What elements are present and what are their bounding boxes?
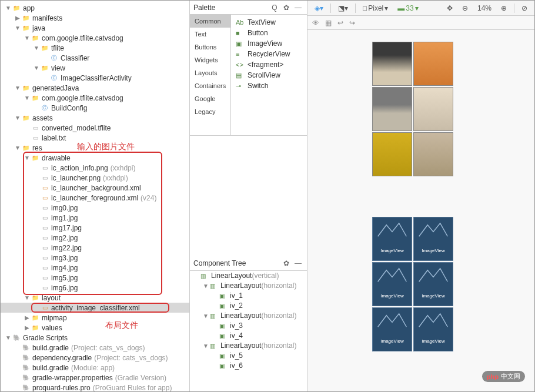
- component-node[interactable]: ▣iv_6: [190, 361, 307, 371]
- expand-arrow-icon[interactable]: ▼: [203, 343, 209, 349]
- tree-node-app[interactable]: ▼📁app: [1, 3, 189, 13]
- tree-node-iclauncher[interactable]: ▭ic_launcher.png(xxhdpi): [1, 173, 189, 183]
- tree-node-drawable[interactable]: ▼📁drawable: [1, 153, 189, 163]
- palette-category-common[interactable]: Common: [190, 15, 230, 28]
- expand-arrow-icon[interactable]: ▼: [203, 283, 209, 289]
- tree-node-layout[interactable]: ▼📁layout: [1, 293, 189, 303]
- tree-node-label: ic_action_info.png: [51, 164, 108, 172]
- tree-node-bg2[interactable]: 🐘build.gradle(Module: app): [1, 363, 189, 373]
- tree-node-gradle[interactable]: ▼🐘Gradle Scripts: [1, 333, 189, 343]
- tree-node-model[interactable]: ▭converted_model.tflite: [1, 123, 189, 133]
- forward-icon[interactable]: ↪: [349, 19, 355, 27]
- expand-arrow-icon[interactable]: ▼: [24, 295, 30, 301]
- expand-arrow-icon[interactable]: ▶: [15, 15, 21, 21]
- tree-node-icfg[interactable]: ▭ic_launcher_foreground.xml(v24): [1, 193, 189, 203]
- expand-arrow-icon[interactable]: ▼: [34, 65, 39, 71]
- design-surface[interactable]: [307, 30, 534, 176]
- palette-category-containers[interactable]: Containers: [190, 79, 230, 92]
- zoom-level[interactable]: 14%: [475, 3, 494, 14]
- tree-node-img0[interactable]: ▭img0.jpg: [1, 203, 189, 213]
- component-node[interactable]: ▼▥LinearLayout (horizontal): [190, 281, 307, 291]
- expand-arrow-icon[interactable]: ▶: [24, 325, 30, 331]
- palette-item-textview[interactable]: AbTextView: [231, 17, 307, 28]
- tree-node-img1[interactable]: ▭img1.jpg: [1, 213, 189, 223]
- expand-arrow-icon[interactable]: ▼: [15, 85, 21, 91]
- expand-arrow-icon[interactable]: ▼: [5, 335, 11, 341]
- palette-category-buttons[interactable]: Buttons: [190, 41, 230, 53]
- tree-node-assets[interactable]: ▼📁assets: [1, 113, 189, 123]
- blueprint-icon[interactable]: ▦: [325, 19, 332, 27]
- palette-item-scrollview[interactable]: ▤ScrollView: [231, 70, 307, 81]
- component-node[interactable]: ▣iv_3: [190, 321, 307, 331]
- tree-node-pkg2[interactable]: ▼📁com.google.tflite.catvsdog: [1, 93, 189, 103]
- component-node[interactable]: ▼▥LinearLayout (horizontal): [190, 341, 307, 351]
- expand-arrow-icon[interactable]: ▼: [34, 45, 39, 51]
- tree-node-img2[interactable]: ▭img2.jpg: [1, 233, 189, 243]
- tree-node-tflite[interactable]: ▼📁tflite: [1, 43, 189, 53]
- tree-node-img5[interactable]: ▭img5.jpg: [1, 273, 189, 283]
- expand-arrow-icon[interactable]: ▼: [203, 313, 209, 319]
- layers-icon[interactable]: ◈▾: [312, 3, 326, 14]
- tree-node-img6[interactable]: ▭img6.jpg: [1, 283, 189, 293]
- palette-category-layouts[interactable]: Layouts: [190, 66, 230, 79]
- component-node[interactable]: ▣iv_5: [190, 351, 307, 361]
- palette-item-recyclerview[interactable]: ≡RecyclerView: [231, 49, 307, 59]
- palette-category-text[interactable]: Text: [190, 28, 230, 41]
- palette-category-legacy[interactable]: Legacy: [190, 105, 230, 118]
- component-node[interactable]: ▼▥LinearLayout (horizontal): [190, 311, 307, 321]
- tree-node-mipmap[interactable]: ▶📁mipmap: [1, 313, 189, 323]
- expand-arrow-icon[interactable]: ▼: [15, 115, 21, 121]
- component-node[interactable]: ▣iv_4: [190, 331, 307, 341]
- gear-icon[interactable]: ✿: [281, 2, 292, 13]
- tree-node-values[interactable]: ▶📁values: [1, 323, 189, 333]
- tree-node-buildconfig[interactable]: ⒸBuildConfig: [1, 103, 189, 113]
- api-selector[interactable]: ▬ 33▾: [395, 3, 420, 14]
- tree-node-img4[interactable]: ▭img4.jpg: [1, 263, 189, 273]
- pan-icon[interactable]: ✥: [444, 3, 455, 14]
- expand-arrow-icon[interactable]: ▼: [15, 25, 21, 31]
- orientation-icon[interactable]: ⬔▾: [336, 3, 350, 14]
- tree-node-icbg[interactable]: ▭ic_launcher_background.xml: [1, 183, 189, 193]
- tree-node-ica[interactable]: ⒸImageClassifierActivity: [1, 73, 189, 83]
- tree-node-java[interactable]: ▼📁java: [1, 23, 189, 33]
- expand-arrow-icon[interactable]: ▼: [5, 5, 11, 11]
- tree-node-img17[interactable]: ▭img17.jpg: [1, 223, 189, 233]
- tree-node-img3[interactable]: ▭img3.jpg: [1, 253, 189, 263]
- expand-arrow-icon[interactable]: ▶: [24, 315, 30, 321]
- expand-arrow-icon[interactable]: ▼: [15, 145, 21, 151]
- palette-item-button[interactable]: ■Button: [231, 28, 307, 38]
- zoom-out-icon[interactable]: ⊖: [460, 3, 470, 14]
- component-node[interactable]: ▣iv_1: [190, 291, 307, 301]
- tree-node-activityxml[interactable]: ▭activity_image_classifier.xml: [1, 303, 189, 313]
- tree-node-dep[interactable]: 🐘dependency.gradle(Project: cats_vs_dogs…: [1, 353, 189, 363]
- tree-node-genjava[interactable]: ▼📁generatedJava: [1, 83, 189, 93]
- warnings-icon[interactable]: ⊘: [519, 3, 530, 14]
- expand-arrow-icon[interactable]: ▼: [24, 95, 30, 101]
- tree-node-gwrap[interactable]: 🐘gradle-wrapper.properties(Gradle Versio…: [1, 373, 189, 383]
- device-selector[interactable]: □ Pixel▾: [360, 3, 390, 14]
- tree-node-classifier[interactable]: ⒸClassifier: [1, 53, 189, 63]
- eye-icon[interactable]: 👁: [312, 19, 319, 27]
- tree-node-img22[interactable]: ▭img22.jpg: [1, 243, 189, 253]
- tree-node-icinfo[interactable]: ▭ic_action_info.png(xxhdpi): [1, 163, 189, 173]
- tree-node-viewpkg[interactable]: ▼📁view: [1, 63, 189, 73]
- palette-item-switch[interactable]: ⊸Switch: [231, 81, 307, 91]
- tree-node-pkg1[interactable]: ▼📁com.google.tflite.catvsdog: [1, 33, 189, 43]
- zoom-in-icon[interactable]: ⊕: [499, 3, 509, 14]
- palette-item-fragment[interactable]: <><fragment>: [231, 59, 307, 70]
- tree-node-bg1[interactable]: 🐘build.gradle(Project: cats_vs_dogs): [1, 343, 189, 353]
- component-node[interactable]: ▣iv_2: [190, 301, 307, 311]
- palette-category-google[interactable]: Google: [190, 92, 230, 105]
- component-node[interactable]: ▥LinearLayout (vertical): [190, 271, 307, 281]
- minimize-icon[interactable]: —: [293, 2, 303, 13]
- tree-node-proguard[interactable]: 🐘proguard-rules.pro(ProGuard Rules for a…: [1, 383, 189, 391]
- palette-item-imageview[interactable]: ▣ImageView: [231, 38, 307, 49]
- tree-node-manifests[interactable]: ▶📁manifests: [1, 13, 189, 23]
- gear-icon[interactable]: ✿: [281, 258, 292, 269]
- expand-arrow-icon[interactable]: ▼: [24, 35, 30, 41]
- expand-arrow-icon[interactable]: ▼: [24, 155, 30, 161]
- minimize-icon[interactable]: —: [293, 258, 303, 269]
- palette-category-widgets[interactable]: Widgets: [190, 53, 230, 66]
- back-icon[interactable]: ↩: [337, 19, 343, 27]
- search-icon[interactable]: Q: [269, 2, 280, 13]
